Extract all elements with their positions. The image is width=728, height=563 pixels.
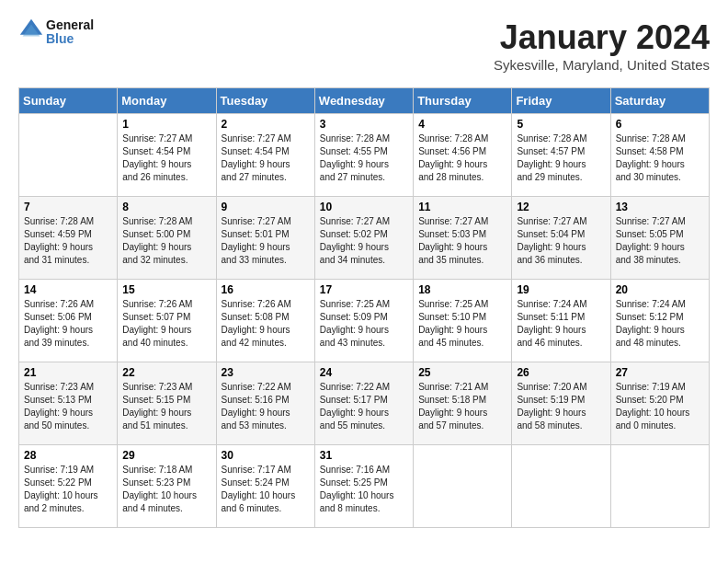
calendar-cell: 16Sunrise: 7:26 AM Sunset: 5:08 PM Dayli… [216,280,314,362]
day-number: 21 [24,366,112,379]
day-info: Sunrise: 7:25 AM Sunset: 5:10 PM Dayligh… [418,298,506,350]
calendar-cell: 30Sunrise: 7:17 AM Sunset: 5:24 PM Dayli… [216,445,314,528]
calendar-week-3: 21Sunrise: 7:23 AM Sunset: 5:13 PM Dayli… [19,362,710,445]
title-block: January 2024 Sykesville, Maryland, Unite… [494,18,710,73]
day-info: Sunrise: 7:23 AM Sunset: 5:15 PM Dayligh… [122,381,210,432]
calendar-header: SundayMondayTuesdayWednesdayThursdayFrid… [19,88,710,114]
day-number: 12 [517,201,605,213]
logo-blue: Blue [46,32,94,46]
day-info: Sunrise: 7:27 AM Sunset: 5:03 PM Dayligh… [418,215,506,267]
calendar-cell: 20Sunrise: 7:24 AM Sunset: 5:12 PM Dayli… [610,280,709,362]
calendar-cell: 15Sunrise: 7:26 AM Sunset: 5:07 PM Dayli… [118,280,216,362]
calendar-cell [610,445,709,528]
logo-general: General [46,17,94,32]
day-number: 29 [122,449,210,462]
calendar-week-0: 1Sunrise: 7:27 AM Sunset: 4:54 PM Daylig… [19,114,710,197]
day-info: Sunrise: 7:28 AM Sunset: 4:57 PM Dayligh… [517,132,605,184]
header-friday: Friday [512,88,610,114]
day-info: Sunrise: 7:27 AM Sunset: 5:04 PM Dayligh… [517,215,605,267]
header-wednesday: Wednesday [314,88,413,114]
day-info: Sunrise: 7:24 AM Sunset: 5:12 PM Dayligh… [616,298,704,350]
day-number: 1 [122,118,210,131]
calendar-cell [19,114,118,197]
calendar-cell: 18Sunrise: 7:25 AM Sunset: 5:10 PM Dayli… [414,280,512,362]
calendar-cell: 23Sunrise: 7:22 AM Sunset: 5:16 PM Dayli… [216,362,314,445]
day-info: Sunrise: 7:23 AM Sunset: 5:13 PM Dayligh… [24,381,112,432]
day-number: 30 [222,449,310,462]
day-number: 18 [418,283,506,296]
day-info: Sunrise: 7:28 AM Sunset: 5:00 PM Dayligh… [122,215,210,267]
calendar-cell: 19Sunrise: 7:24 AM Sunset: 5:11 PM Dayli… [512,280,610,362]
header-sunday: Sunday [19,88,118,114]
calendar-table: SundayMondayTuesdayWednesdayThursdayFrid… [18,87,710,528]
location: Sykesville, Maryland, United States [494,57,710,73]
day-info: Sunrise: 7:27 AM Sunset: 4:54 PM Dayligh… [122,132,210,184]
day-number: 10 [320,201,408,213]
day-number: 7 [24,201,112,213]
calendar-week-1: 7Sunrise: 7:28 AM Sunset: 4:59 PM Daylig… [19,197,710,280]
day-info: Sunrise: 7:27 AM Sunset: 5:05 PM Dayligh… [616,215,704,267]
calendar-cell: 14Sunrise: 7:26 AM Sunset: 5:06 PM Dayli… [19,280,118,362]
day-number: 14 [24,283,112,296]
day-info: Sunrise: 7:17 AM Sunset: 5:24 PM Dayligh… [222,464,310,515]
logo-icon [18,17,44,43]
calendar-cell: 10Sunrise: 7:27 AM Sunset: 5:02 PM Dayli… [314,197,413,280]
calendar-cell [414,445,512,528]
calendar-cell: 7Sunrise: 7:28 AM Sunset: 4:59 PM Daylig… [19,197,118,280]
day-info: Sunrise: 7:19 AM Sunset: 5:22 PM Dayligh… [24,464,112,515]
day-number: 25 [418,366,506,379]
day-number: 5 [517,118,605,131]
day-number: 31 [320,449,408,462]
calendar-cell: 25Sunrise: 7:21 AM Sunset: 5:18 PM Dayli… [414,362,512,445]
calendar-cell [512,445,610,528]
calendar-cell: 3Sunrise: 7:28 AM Sunset: 4:55 PM Daylig… [314,114,413,197]
day-info: Sunrise: 7:26 AM Sunset: 5:07 PM Dayligh… [122,298,210,350]
page-header: General Blue January 2024 Sykesville, Ma… [18,18,710,73]
day-info: Sunrise: 7:20 AM Sunset: 5:19 PM Dayligh… [517,381,605,432]
header-thursday: Thursday [414,88,512,114]
calendar-cell: 6Sunrise: 7:28 AM Sunset: 4:58 PM Daylig… [610,114,709,197]
day-info: Sunrise: 7:27 AM Sunset: 5:02 PM Dayligh… [320,215,408,267]
calendar-cell: 28Sunrise: 7:19 AM Sunset: 5:22 PM Dayli… [19,445,118,528]
day-info: Sunrise: 7:16 AM Sunset: 5:25 PM Dayligh… [320,464,408,515]
calendar-cell: 13Sunrise: 7:27 AM Sunset: 5:05 PM Dayli… [610,197,709,280]
day-number: 28 [24,449,112,462]
calendar-cell: 22Sunrise: 7:23 AM Sunset: 5:15 PM Dayli… [118,362,216,445]
header-saturday: Saturday [610,88,709,114]
calendar-cell: 9Sunrise: 7:27 AM Sunset: 5:01 PM Daylig… [216,197,314,280]
day-number: 9 [222,201,310,213]
day-number: 23 [222,366,310,379]
calendar-cell: 11Sunrise: 7:27 AM Sunset: 5:03 PM Dayli… [414,197,512,280]
day-info: Sunrise: 7:22 AM Sunset: 5:16 PM Dayligh… [222,381,310,432]
day-info: Sunrise: 7:21 AM Sunset: 5:18 PM Dayligh… [418,381,506,432]
calendar-cell: 8Sunrise: 7:28 AM Sunset: 5:00 PM Daylig… [118,197,216,280]
day-info: Sunrise: 7:25 AM Sunset: 5:09 PM Dayligh… [320,298,408,350]
calendar-cell: 1Sunrise: 7:27 AM Sunset: 4:54 PM Daylig… [118,114,216,197]
day-info: Sunrise: 7:27 AM Sunset: 5:01 PM Dayligh… [222,215,310,267]
day-info: Sunrise: 7:26 AM Sunset: 5:06 PM Dayligh… [24,298,112,350]
logo: General Blue [18,18,94,47]
day-info: Sunrise: 7:19 AM Sunset: 5:20 PM Dayligh… [616,381,704,432]
day-number: 2 [222,118,310,131]
day-info: Sunrise: 7:28 AM Sunset: 4:55 PM Dayligh… [320,132,408,184]
calendar-cell: 5Sunrise: 7:28 AM Sunset: 4:57 PM Daylig… [512,114,610,197]
day-number: 13 [616,201,704,213]
day-number: 24 [320,366,408,379]
day-number: 6 [616,118,704,131]
calendar-week-2: 14Sunrise: 7:26 AM Sunset: 5:06 PM Dayli… [19,280,710,362]
month-title: January 2024 [494,18,710,57]
calendar-cell: 31Sunrise: 7:16 AM Sunset: 5:25 PM Dayli… [314,445,413,528]
calendar-cell: 29Sunrise: 7:18 AM Sunset: 5:23 PM Dayli… [118,445,216,528]
day-number: 27 [616,366,704,379]
day-number: 3 [320,118,408,131]
day-number: 22 [122,366,210,379]
calendar-cell: 24Sunrise: 7:22 AM Sunset: 5:17 PM Dayli… [314,362,413,445]
calendar-body: 1Sunrise: 7:27 AM Sunset: 4:54 PM Daylig… [19,114,710,528]
day-info: Sunrise: 7:28 AM Sunset: 4:56 PM Dayligh… [418,132,506,184]
calendar-cell: 12Sunrise: 7:27 AM Sunset: 5:04 PM Dayli… [512,197,610,280]
calendar-cell: 27Sunrise: 7:19 AM Sunset: 5:20 PM Dayli… [610,362,709,445]
day-number: 19 [517,283,605,296]
day-number: 4 [418,118,506,131]
calendar-cell: 21Sunrise: 7:23 AM Sunset: 5:13 PM Dayli… [19,362,118,445]
day-info: Sunrise: 7:24 AM Sunset: 5:11 PM Dayligh… [517,298,605,350]
